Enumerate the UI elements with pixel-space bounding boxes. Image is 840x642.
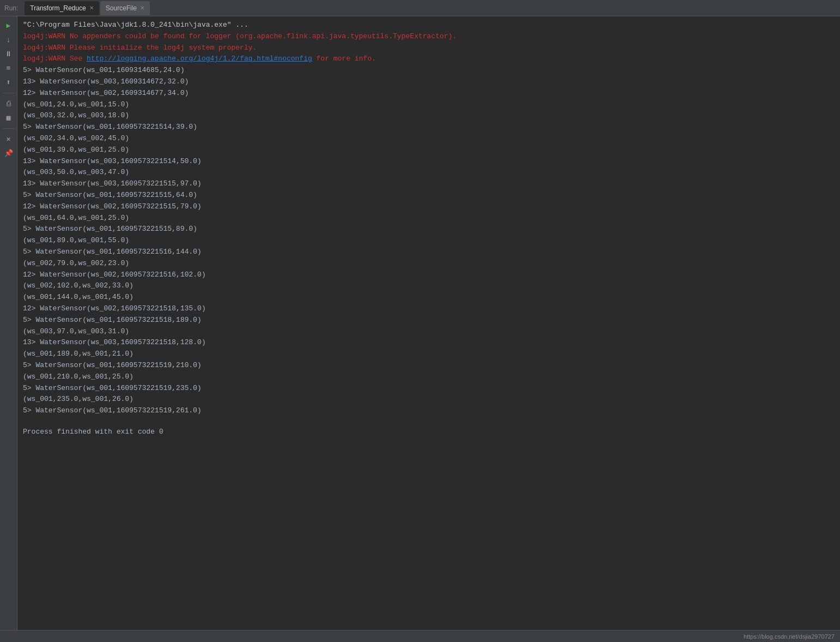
console-line-23: 5> WaterSensor(ws_001,1609573221518,189.… bbox=[23, 315, 835, 326]
console-line-15: 5> WaterSensor(ws_001,1609573221515,89.0… bbox=[23, 224, 835, 235]
console-line-5: (ws_003,32.0,ws_003,18.0) bbox=[23, 110, 835, 122]
print-button[interactable]: ⎙ bbox=[3, 98, 15, 110]
console-line-31: 5> WaterSensor(ws_001,1609573221519,261.… bbox=[23, 405, 835, 417]
left-toolbar: ▶ ↓ ⏸ ≡ ⬆ ⎙ ▦ ✕ 📌 bbox=[0, 16, 17, 630]
console-line-8: (ws_001,39.0,ws_001,25.0) bbox=[23, 145, 835, 156]
console-line-26: (ws_001,189.0,ws_001,21.0) bbox=[23, 349, 835, 360]
pause-button[interactable]: ⏸ bbox=[3, 48, 15, 60]
console-line-9: 13> WaterSensor(ws_003,1609573221514,50.… bbox=[23, 156, 835, 167]
console-line-30: (ws_001,235.0,ws_001,26.0) bbox=[23, 394, 835, 405]
console-line-19: 12> WaterSensor(ws_002,1609573221516,102… bbox=[23, 269, 835, 281]
console-line-20: (ws_002,102.0,ws_002,33.0) bbox=[23, 280, 835, 292]
java-path-line: "C:\Program Files\Java\jdk1.8.0_241\bin\… bbox=[23, 20, 835, 31]
layout-button[interactable]: ▦ bbox=[3, 112, 15, 124]
console-line-2: 13> WaterSensor(ws_003,1609314672,32.0) bbox=[23, 76, 835, 88]
console-line-24: (ws_003,97.0,ws_003,31.0) bbox=[23, 326, 835, 338]
tab-sourcefile[interactable]: SourceFile ✕ bbox=[100, 1, 150, 15]
console-line-12: 5> WaterSensor(ws_001,1609573221515,64.0… bbox=[23, 190, 835, 201]
status-url: https://blog.csdn.net/dsjia2970727 bbox=[744, 633, 835, 640]
scroll-up-button[interactable]: ⬆ bbox=[3, 76, 15, 88]
warn-line-2: log4j:WARN Please initialize the log4j s… bbox=[23, 43, 835, 54]
console-line-1: 5> WaterSensor(ws_001,1609314685,24.0) bbox=[23, 65, 835, 76]
console-line-25: 13> WaterSensor(ws_003,1609573221518,128… bbox=[23, 337, 835, 349]
tab-transform-reduce[interactable]: Transform_Reduce ✕ bbox=[25, 1, 99, 15]
console-line-11: 13> WaterSensor(ws_003,1609573221515,97.… bbox=[23, 178, 835, 190]
tab-transform-reduce-close[interactable]: ✕ bbox=[89, 5, 94, 11]
tab-bar: Run: Transform_Reduce ✕ SourceFile ✕ bbox=[0, 0, 840, 16]
console-line-13: 12> WaterSensor(ws_002,1609573221515,79.… bbox=[23, 201, 835, 213]
console-line-21: (ws_001,144.0,ws_001,45.0) bbox=[23, 292, 835, 303]
tab-sourcefile-close[interactable]: ✕ bbox=[140, 5, 144, 11]
console-line-18: (ws_002,79.0,ws_002,23.0) bbox=[23, 258, 835, 269]
warn-line-3: log4j:WARN See http://logging.apache.org… bbox=[23, 53, 835, 65]
console-empty-line bbox=[23, 417, 835, 427]
warn-line-1: log4j:WARN No appenders could be found f… bbox=[23, 31, 835, 43]
console-line-17: 5> WaterSensor(ws_001,1609573221516,144.… bbox=[23, 247, 835, 258]
console-line-6: 5> WaterSensor(ws_001,1609573221514,39.0… bbox=[23, 122, 835, 133]
toolbar-separator bbox=[3, 93, 14, 93]
log4j-link[interactable]: http://logging.apache.org/log4j/1.2/faq.… bbox=[87, 55, 312, 63]
console-line-29: 5> WaterSensor(ws_001,1609573221519,235.… bbox=[23, 383, 835, 394]
console-line-3: 12> WaterSensor(ws_002,1609314677,34.0) bbox=[23, 88, 835, 99]
console-area[interactable]: "C:\Program Files\Java\jdk1.8.0_241\bin\… bbox=[17, 16, 840, 630]
console-line-4: (ws_001,24.0,ws_001,15.0) bbox=[23, 99, 835, 111]
close-button[interactable]: ✕ bbox=[3, 133, 15, 145]
tab-transform-reduce-label: Transform_Reduce bbox=[30, 4, 86, 12]
tab-sourcefile-label: SourceFile bbox=[106, 4, 137, 12]
menu-button[interactable]: ≡ bbox=[3, 62, 15, 74]
ide-window: Run: Transform_Reduce ✕ SourceFile ✕ ▶ ↓… bbox=[0, 0, 840, 642]
toolbar-separator-2 bbox=[3, 128, 14, 129]
console-line-27: 5> WaterSensor(ws_001,1609573221519,210.… bbox=[23, 360, 835, 371]
console-line-7: (ws_002,34.0,ws_002,45.0) bbox=[23, 133, 835, 145]
process-finished-line: Process finished with exit code 0 bbox=[23, 427, 835, 438]
run-label: Run: bbox=[4, 4, 18, 12]
main-area: ▶ ↓ ⏸ ≡ ⬆ ⎙ ▦ ✕ 📌 "C:\Program Files\Java… bbox=[0, 16, 840, 630]
console-line-28: (ws_001,210.0,ws_001,25.0) bbox=[23, 371, 835, 383]
run-button[interactable]: ▶ bbox=[3, 20, 15, 32]
status-bar: https://blog.csdn.net/dsjia2970727 bbox=[0, 630, 840, 642]
pin-button[interactable]: 📌 bbox=[3, 147, 15, 159]
console-line-14: (ws_001,64.0,ws_001,25.0) bbox=[23, 213, 835, 224]
console-line-16: (ws_001,89.0,ws_001,55.0) bbox=[23, 235, 835, 247]
console-line-10: (ws_003,50.0,ws_003,47.0) bbox=[23, 167, 835, 178]
scroll-down-button[interactable]: ↓ bbox=[3, 34, 15, 46]
console-line-22: 12> WaterSensor(ws_002,1609573221518,135… bbox=[23, 303, 835, 315]
